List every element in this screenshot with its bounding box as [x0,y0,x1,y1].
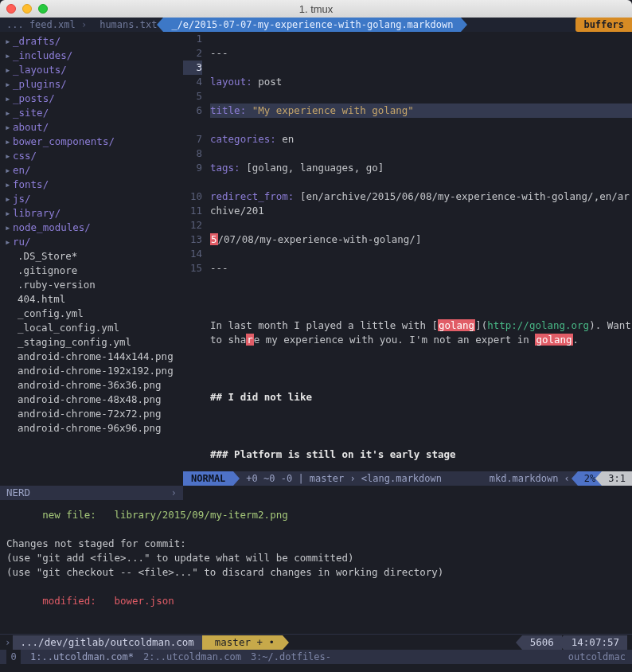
editor-pane[interactable]: 12345 6789 1011121314 15 --- layout: pos… [183,32,632,486]
tree-file[interactable]: android-chrome-192x192.png [5,364,183,378]
tree-dir[interactable]: ▸ ru/ [5,235,183,249]
tmux-window-3[interactable]: 3:~/.dotfiles- [251,650,331,664]
window-title: 1. tmux [0,3,632,15]
tree-dir[interactable]: ▸ bower_components/ [5,135,183,149]
nerdtree-sidebar[interactable]: ▸ _drafts/▸ _includes/▸ _layouts/▸ _plug… [0,32,183,486]
tree-file[interactable]: android-chrome-96x96.png [5,421,183,436]
tab-active[interactable]: _/e/2015-07-07-my-experience-with-golang… [163,18,461,32]
chevron-right-icon: ▸ [5,235,13,249]
tmux-window-1[interactable]: 1:..utcoldman.com* [30,650,134,664]
chevron-right-icon: ▸ [5,77,13,92]
tmux-host: outcoldmac [568,650,626,664]
chevron-right-icon: ▸ [5,135,13,149]
line-number-gutter: 12345 6789 1011121314 15 [183,32,207,471]
chevron-right-icon: ▸ [5,106,13,120]
chevron-right-icon: ▸ [5,92,13,106]
prompt-pid-segment: 5606 [522,635,562,650]
chevron-right-icon: › [170,486,177,500]
prompt-time-segment: 14:07:57 [564,635,627,650]
cursor-pos-segment: 3: 1 [602,471,632,486]
prompt-path-segment: .../dev/gitlab/outcoldman.com [13,635,202,650]
chevron-right-icon: ▸ [5,206,13,221]
chevron-right-icon: ▸ [5,120,13,135]
tree-file[interactable]: _local_config.yml [5,321,183,335]
tree-file[interactable]: android-chrome-48x48.png [5,393,183,407]
tree-file[interactable]: _config.yml [5,307,183,321]
chevron-right-icon: ▸ [5,49,13,63]
tree-file[interactable]: .ruby-version [5,278,183,292]
chevron-right-icon: ▸ [5,221,13,235]
git-status-segment: +0 ~0 -0 | master › <lang.markdown [233,471,450,486]
tree-dir[interactable]: ▸ _drafts/ [5,34,183,49]
tree-dir[interactable]: ▸ css/ [5,149,183,163]
tree-dir[interactable]: ▸ en/ [5,163,183,178]
tree-dir[interactable]: ▸ _includes/ [5,49,183,63]
chevron-right-icon: ▸ [5,163,13,178]
vim-statusline: NORMAL +0 ~0 -0 | master › <lang.markdow… [183,471,632,486]
tree-file[interactable]: .gitignore [5,264,183,278]
prompt-git-segment: master + • [202,635,283,650]
tree-dir[interactable]: ▸ _layouts/ [5,63,183,77]
tree-dir[interactable]: ▸ _plugins/ [5,77,183,92]
tree-dir[interactable]: ▸ library/ [5,206,183,221]
filetype-segment: mkd.markdown ‹ [482,471,578,486]
tree-dir[interactable]: ▸ about/ [5,120,183,135]
editor-source[interactable]: --- layout: post title: "My experience w… [207,32,632,471]
chevron-right-icon: ▸ [5,192,13,206]
tree-file[interactable]: android-chrome-144x144.png [5,350,183,364]
chevron-right-icon: ▸ [5,149,13,163]
tree-file[interactable]: android-chrome-72x72.png [5,407,183,421]
terminal-pane[interactable]: new file: library/2015/09/my-iterm2.png … [0,486,632,634]
tmux-session-index: 0 [6,650,21,664]
tree-dir[interactable]: ▸ node_modules/ [5,221,183,235]
prompt-caret-icon: › [5,635,11,650]
macos-titlebar: 1. tmux [0,0,632,18]
tree-dir[interactable]: ▸ fonts/ [5,178,183,192]
chevron-right-icon: ▸ [5,178,13,192]
tab-humans[interactable]: humans.txt [93,18,163,32]
tree-file[interactable]: .DS_Store* [5,249,183,264]
nerdtree-status: NERD › [0,486,183,500]
chevron-right-icon: ▸ [5,63,13,77]
tab-feed[interactable]: ... feed.xml [0,18,93,32]
tmux-window-2[interactable]: 2:..utcoldman.com [143,650,241,664]
tree-dir[interactable]: ▸ _site/ [5,106,183,120]
buffer-tab-strip: ... feed.xml humans.txt _/e/2015-07-07-m… [0,18,632,32]
shell-prompt[interactable]: › .../dev/gitlab/outcoldman.com master +… [0,634,632,650]
tree-file[interactable]: 404.html [5,292,183,307]
tmux-statusbar[interactable]: 0 1:..utcoldman.com* 2:..utcoldman.com 3… [0,650,632,664]
tree-file[interactable]: android-chrome-36x36.png [5,378,183,393]
tree-dir[interactable]: ▸ js/ [5,192,183,206]
tree-file[interactable]: _staging_config.yml [5,335,183,350]
tree-dir[interactable]: ▸ _posts/ [5,92,183,106]
mode-indicator: NORMAL [183,471,233,486]
buffers-count-tag[interactable]: buffers [575,18,632,32]
chevron-right-icon: ▸ [5,34,13,49]
